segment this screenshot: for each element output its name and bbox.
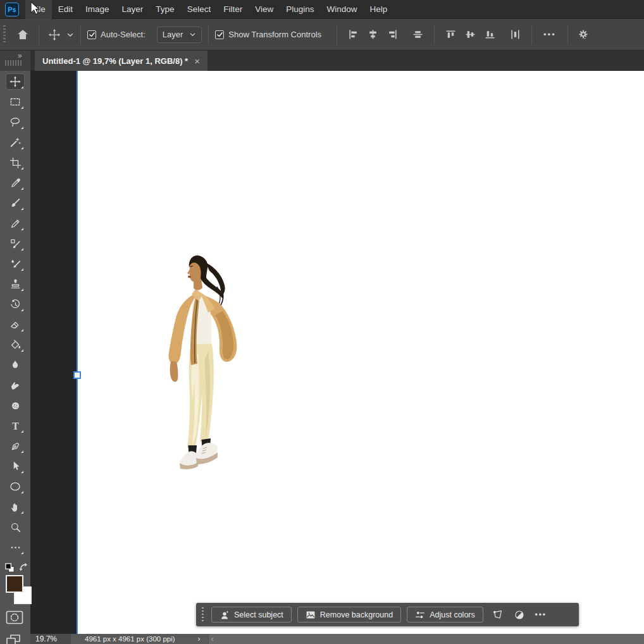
align-bottom-edges-icon[interactable] xyxy=(485,29,495,40)
close-tab-icon[interactable]: × xyxy=(194,56,200,66)
remove-background-button[interactable]: Remove background xyxy=(297,607,401,622)
tool-pen[interactable] xyxy=(6,438,24,454)
tool-clone-stamp[interactable] xyxy=(6,276,24,292)
more-options-icon[interactable]: ••• xyxy=(543,30,556,39)
contextual-task-bar: Select subject Remove background Adjust … xyxy=(196,603,579,626)
paint-bucket-icon xyxy=(9,339,22,351)
align-left-edges-icon[interactable] xyxy=(348,29,359,40)
divider xyxy=(208,25,209,44)
eraser-icon xyxy=(9,319,22,331)
status-next-icon[interactable]: › xyxy=(198,635,201,643)
adjust-colors-label: Adjust colors xyxy=(430,610,475,619)
default-colors-icon[interactable] xyxy=(4,562,15,573)
tool-rectangular-marquee[interactable] xyxy=(6,94,24,109)
settings-gear-icon[interactable] xyxy=(577,28,590,41)
quick-mask-icon[interactable] xyxy=(6,610,23,624)
adjustments-circle-icon xyxy=(514,609,525,621)
menu-window[interactable]: Window xyxy=(320,0,363,19)
task-bar-grip[interactable] xyxy=(202,607,204,622)
divider xyxy=(434,25,435,44)
horizontal-scrollbar[interactable]: ‹ xyxy=(208,634,644,644)
mouse-cursor xyxy=(30,1,41,16)
menu-help[interactable]: Help xyxy=(363,0,393,19)
swap-colors-icon[interactable] xyxy=(18,562,29,571)
menu-image[interactable]: Image xyxy=(79,0,116,19)
tool-lasso[interactable] xyxy=(6,115,24,130)
menu-type[interactable]: Type xyxy=(149,0,180,19)
move-tool-icon[interactable] xyxy=(48,28,61,41)
distribute-horizontal-centers-icon[interactable] xyxy=(510,29,521,40)
svg-text:T: T xyxy=(12,421,19,431)
menu-view[interactable]: View xyxy=(249,0,280,19)
scroll-left-arrow[interactable]: ‹ xyxy=(211,635,214,643)
tool-eraser[interactable] xyxy=(6,317,24,332)
tool-hand[interactable] xyxy=(6,499,24,514)
photoshop-logo[interactable]: Ps xyxy=(5,3,19,16)
tool-history-brush[interactable] xyxy=(6,297,24,312)
color-controls xyxy=(0,560,30,644)
tool-ellipse-shape[interactable] xyxy=(6,479,24,494)
auto-select-target-dropdown[interactable]: Layer xyxy=(157,27,202,43)
menu-layer[interactable]: Layer xyxy=(116,0,150,19)
menu-filter[interactable]: Filter xyxy=(217,0,249,19)
adjust-colors-button[interactable]: Adjust colors xyxy=(407,607,483,622)
chevron-down-icon[interactable] xyxy=(66,31,74,39)
task-bar-more-button[interactable]: ••• xyxy=(532,607,550,623)
tool-smudge[interactable] xyxy=(6,378,24,393)
align-top-edges-icon[interactable] xyxy=(445,29,456,40)
tool-paint-bucket[interactable] xyxy=(6,337,24,352)
menu-select[interactable]: Select xyxy=(181,0,218,19)
options-bar-grip[interactable] xyxy=(3,25,6,44)
tool-path-selection[interactable] xyxy=(6,459,24,474)
zoom-magnifier-icon xyxy=(9,521,22,533)
divider xyxy=(80,25,81,44)
divider xyxy=(39,25,39,44)
document-info[interactable]: 4961 px x 4961 px (300 ppi) xyxy=(85,635,175,643)
tool-pencil[interactable] xyxy=(6,216,24,231)
align-right-edges-icon[interactable] xyxy=(387,29,398,40)
tool-quick-selection[interactable] xyxy=(6,135,24,150)
home-icon[interactable] xyxy=(16,28,30,42)
mixer-brush-icon xyxy=(9,258,22,270)
show-transform-checkbox[interactable] xyxy=(215,30,224,39)
tool-move[interactable] xyxy=(6,74,24,89)
tool-mixer-brush[interactable] xyxy=(6,256,24,271)
blur-drop-icon xyxy=(9,359,21,371)
tool-color-replacement[interactable] xyxy=(6,236,24,251)
auto-select-checkbox[interactable] xyxy=(87,30,96,39)
panel-grip[interactable] xyxy=(5,60,23,66)
transform-button[interactable] xyxy=(489,607,507,623)
tool-sponge[interactable] xyxy=(6,398,24,413)
menu-edit[interactable]: Edit xyxy=(52,0,79,19)
expand-panel-icon[interactable]: » xyxy=(18,51,22,60)
foreground-color-swatch[interactable] xyxy=(6,575,23,593)
tool-eyedropper[interactable] xyxy=(6,175,24,190)
adjustments-button[interactable] xyxy=(511,607,528,623)
document-tab-bar: » Untitled-1 @ 19,7% (Layer 1, RGB/8) * … xyxy=(0,51,644,71)
align-horizontal-centers-icon[interactable] xyxy=(368,29,378,40)
woman-walking-illustration[interactable] xyxy=(161,250,250,481)
sponge-icon xyxy=(9,400,22,412)
smudge-finger-icon xyxy=(9,380,22,392)
screen-mode-icon[interactable] xyxy=(6,633,21,644)
eyedropper-icon xyxy=(9,177,22,189)
tool-crop[interactable] xyxy=(6,155,24,170)
select-subject-button[interactable]: Select subject xyxy=(211,607,292,622)
menu-plugins[interactable]: Plugins xyxy=(280,0,320,19)
tool-type[interactable]: T xyxy=(6,418,24,433)
lasso-icon xyxy=(9,116,22,128)
distribute-vertical-centers-icon[interactable] xyxy=(412,29,423,40)
photoshop-window: Ps File Edit Image Layer Type Select Fil… xyxy=(0,0,644,644)
transform-handle[interactable] xyxy=(73,371,81,379)
align-vertical-centers-icon[interactable] xyxy=(465,29,476,40)
document-tab[interactable]: Untitled-1 @ 19,7% (Layer 1, RGB/8) * × xyxy=(35,51,207,71)
zoom-level-field[interactable]: 19.7% xyxy=(30,634,71,644)
tool-more-tools[interactable] xyxy=(6,540,24,555)
tool-blur[interactable] xyxy=(6,357,24,373)
hand-icon xyxy=(9,501,22,513)
divider xyxy=(337,25,337,44)
tool-zoom[interactable] xyxy=(6,519,24,535)
tool-brush[interactable] xyxy=(6,195,24,211)
transform-bounding-box-edge[interactable] xyxy=(77,71,78,634)
document-viewport[interactable]: Select subject Remove background Adjust … xyxy=(30,71,644,634)
